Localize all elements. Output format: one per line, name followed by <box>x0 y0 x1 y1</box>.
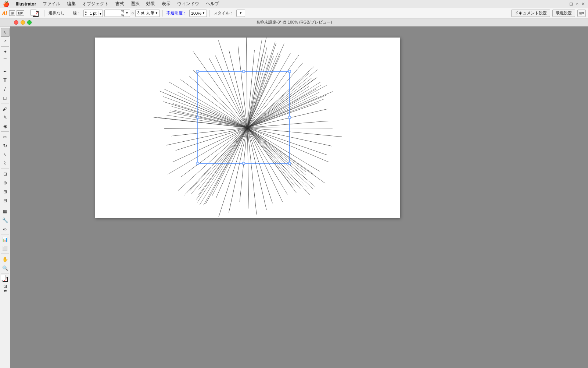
magic-wand-icon: ✦ <box>3 50 7 54</box>
stroke-style-selector[interactable]: 均等 ▼ <box>104 10 130 17</box>
svg-line-95 <box>172 106 247 128</box>
tool-perspective[interactable]: ⊞ <box>1 187 10 196</box>
svg-line-102 <box>247 55 262 128</box>
artboard-icon: ⬜ <box>2 246 8 251</box>
menu-help[interactable]: ヘルプ <box>203 0 222 8</box>
svg-line-90 <box>190 128 247 191</box>
close-button[interactable] <box>14 20 18 25</box>
stroke-unit-dropdown[interactable]: ▼ <box>98 11 103 15</box>
menu-format[interactable]: 書式 <box>112 0 127 8</box>
tool-warp[interactable]: ⌇ <box>1 159 10 168</box>
env-settings-btn[interactable]: 環境設定 <box>552 10 575 17</box>
svg-line-85 <box>200 128 247 205</box>
menu-file[interactable]: ファイル <box>40 0 63 8</box>
svg-line-36 <box>169 82 247 128</box>
fill-color-box[interactable] <box>1 275 6 280</box>
maximize-button[interactable] <box>27 20 32 25</box>
tool-direct-selection[interactable]: ↗ <box>1 37 10 46</box>
svg-line-2 <box>247 128 342 137</box>
swap-colors-icon[interactable]: ⇄ <box>4 289 7 293</box>
svg-line-29 <box>166 128 247 145</box>
fill-stroke-boxes[interactable] <box>1 275 10 283</box>
tool-rectangle[interactable]: □ <box>1 93 10 102</box>
tool-divider-5 <box>1 169 9 169</box>
canvas-area[interactable] <box>10 26 588 368</box>
svg-line-86 <box>197 128 247 203</box>
svg-line-27 <box>172 128 247 162</box>
sep4 <box>162 10 163 17</box>
svg-line-25 <box>181 128 247 177</box>
svg-rect-116 <box>197 162 199 164</box>
tool-artboard[interactable]: ⬜ <box>1 244 10 253</box>
stroke-option-dot[interactable] <box>132 12 134 14</box>
stroke-spinbox[interactable]: ▲ ▼ 1 pt ▼ <box>83 10 103 17</box>
fill-stroke-control[interactable] <box>30 9 40 18</box>
tool-divider-2 <box>1 66 9 66</box>
extra-icon: ⊞▾ <box>579 11 584 15</box>
menu-illustrator[interactable]: Illustrator <box>13 1 39 7</box>
tool-text[interactable]: T <box>1 76 10 85</box>
svg-line-6 <box>247 128 319 171</box>
svg-line-67 <box>247 85 321 128</box>
menu-object[interactable]: オブジェクト <box>79 0 112 8</box>
tool-rotate[interactable]: ↻ <box>1 141 10 150</box>
tool-pencil[interactable]: ✎ <box>1 113 10 122</box>
cap-style-label: 3 pt. 丸筆 <box>137 10 154 16</box>
tool-gradient[interactable]: ▦ <box>1 207 10 216</box>
menu-select[interactable]: 選択 <box>128 0 143 8</box>
tool-zoom[interactable]: 🔍 <box>1 263 10 272</box>
svg-line-84 <box>204 128 247 205</box>
tool-lasso[interactable]: ⌒ <box>1 56 10 65</box>
svg-line-45 <box>238 46 247 128</box>
svg-line-99 <box>164 89 247 128</box>
svg-line-31 <box>164 128 247 128</box>
tool-shape-builder[interactable]: ⊕ <box>1 178 10 187</box>
svg-rect-112 <box>288 70 291 72</box>
menu-view[interactable]: 表示 <box>159 0 173 8</box>
rectangle-icon: □ <box>4 96 7 100</box>
tool-line[interactable]: / <box>1 85 10 93</box>
apple-menu[interactable]: 🍎 <box>3 1 9 7</box>
right-controls: ドキュメント設定 環境設定 ⊞▾ <box>511 10 586 17</box>
tool-magic-wand[interactable]: ✦ <box>1 47 10 56</box>
tool-hand[interactable]: ✋ <box>1 255 10 263</box>
stroke-value: 1 pt <box>88 11 98 15</box>
style-box[interactable]: ▼ <box>236 10 245 17</box>
tool-blob-brush[interactable]: ◉ <box>1 122 10 131</box>
tool-paintbrush[interactable]: 🖌 <box>1 104 10 113</box>
scissors-icon: ✂ <box>3 135 7 139</box>
ctrl-icon2[interactable]: ⊟▾ <box>17 10 24 16</box>
fill-indicator[interactable] <box>31 10 36 15</box>
stroke-unit-arrow: ▼ <box>99 12 102 15</box>
extra-btn[interactable]: ⊞▾ <box>577 10 586 17</box>
tool-free-transform[interactable]: ⊡ <box>1 170 10 178</box>
menu-window[interactable]: ウィンドウ <box>174 0 202 8</box>
tool-mesh[interactable]: ⊟ <box>1 196 10 205</box>
svg-line-69 <box>247 92 319 128</box>
svg-rect-117 <box>197 116 199 118</box>
tool-pen[interactable]: ✒ <box>1 67 10 76</box>
stroke-spinner[interactable]: ▲ ▼ <box>84 10 88 16</box>
tool-eyedropper[interactable]: 🔧 <box>1 216 10 224</box>
svg-line-13 <box>247 128 272 203</box>
svg-line-96 <box>173 103 247 128</box>
menu-effect[interactable]: 効果 <box>143 0 158 8</box>
tool-scale[interactable]: ⤡ <box>1 150 10 159</box>
svg-line-82 <box>247 128 296 193</box>
minimize-button[interactable] <box>21 20 25 25</box>
opacity-label[interactable]: 不透明度： <box>165 10 188 16</box>
tool-divider-3 <box>1 103 9 103</box>
doc-settings-btn[interactable]: ドキュメント設定 <box>511 10 550 17</box>
tool-scissors[interactable]: ✂ <box>1 132 10 141</box>
ctrl-icon1[interactable]: ⊞ <box>9 10 15 16</box>
tool-blend[interactable]: ∞ <box>1 224 10 233</box>
default-colors-icon[interactable]: ⊡ <box>3 284 7 289</box>
cap-style-selector[interactable]: 3 pt. 丸筆 ▼ <box>135 10 159 17</box>
tool-selection[interactable]: ↖ <box>1 28 10 37</box>
opacity-control[interactable]: 100% ▼ <box>189 10 207 17</box>
menu-edit[interactable]: 編集 <box>64 0 79 8</box>
tool-divider-8 <box>1 254 9 254</box>
blob-brush-icon: ◉ <box>3 124 7 128</box>
tool-divider-1 <box>1 46 9 47</box>
tool-column-graph[interactable]: 📊 <box>1 235 10 244</box>
